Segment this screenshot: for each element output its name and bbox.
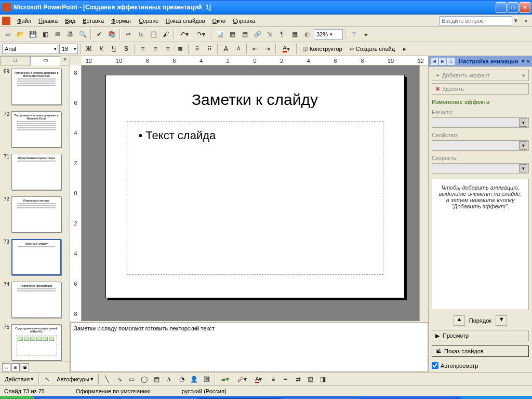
line-style-button[interactable]: ≡ bbox=[268, 374, 279, 385]
font-color-button[interactable]: A▾ bbox=[278, 43, 294, 55]
insert-chart-button[interactable]: 📊 bbox=[214, 29, 225, 40]
start-button[interactable]: ⊞ пуск bbox=[0, 396, 35, 399]
thumbnail-row[interactable]: 71Представление презентации bbox=[3, 154, 66, 190]
underline-button[interactable]: Ч bbox=[108, 43, 119, 55]
bold-button[interactable]: Ж bbox=[83, 43, 95, 55]
align-center-button[interactable]: ≡ bbox=[150, 43, 161, 55]
bullets-button[interactable]: ⠿ bbox=[204, 43, 215, 55]
format-painter-button[interactable]: 🖌 bbox=[160, 29, 171, 40]
property-combo[interactable]: ▾ bbox=[432, 140, 529, 151]
move-up-button[interactable]: ▲ bbox=[454, 315, 465, 326]
forward-icon[interactable]: ► bbox=[439, 58, 446, 65]
text-color-button[interactable]: A▾ bbox=[251, 374, 267, 385]
menu-правка[interactable]: Правка bbox=[35, 16, 61, 25]
font-name-combo[interactable]: Arial ▾ bbox=[2, 44, 58, 54]
undo-button[interactable]: ↶▾ bbox=[177, 29, 192, 40]
menu-формат[interactable]: Формат bbox=[108, 16, 135, 25]
decrease-font-button[interactable]: A bbox=[233, 43, 244, 55]
menu-вид[interactable]: Вид bbox=[61, 16, 79, 25]
paste-button[interactable]: 📋 bbox=[148, 29, 159, 40]
show-formatting-button[interactable]: ¶ bbox=[276, 29, 288, 40]
3d-style-button[interactable]: ◨ bbox=[317, 374, 329, 385]
grid-button[interactable]: ▦ bbox=[289, 29, 300, 40]
sorter-view-button[interactable]: ⊞ bbox=[11, 363, 20, 371]
maximize-button[interactable]: □ bbox=[508, 2, 518, 13]
design-button[interactable]: ◫ Конструктор bbox=[299, 43, 345, 55]
insert-table-button[interactable]: ▦ bbox=[227, 29, 238, 40]
thumbnail-list[interactable]: 69Построение и вставка диаграмм в Micros… bbox=[0, 65, 70, 362]
increase-indent-button[interactable]: ⇥ bbox=[262, 43, 273, 55]
distribute-button[interactable]: ≣ bbox=[175, 43, 186, 55]
notes-text[interactable]: Заметки к сладу помогают готовить лектор… bbox=[74, 325, 215, 331]
ask-question-input[interactable] bbox=[440, 16, 512, 25]
task-pane-close[interactable]: × bbox=[527, 58, 530, 64]
task-pane-menu[interactable]: ▾ bbox=[522, 58, 525, 64]
new-button[interactable]: ▱ bbox=[2, 29, 14, 40]
decrease-indent-button[interactable]: ⇤ bbox=[249, 43, 261, 55]
cut-button[interactable]: ✂ bbox=[123, 29, 134, 40]
italic-button[interactable]: К bbox=[96, 43, 107, 55]
preview-button[interactable]: 🔍 bbox=[77, 29, 88, 40]
redo-button[interactable]: ↷▾ bbox=[193, 29, 209, 40]
new-slide-button[interactable]: ▱ Создать слайд bbox=[347, 43, 398, 55]
menu-файл[interactable]: Файл bbox=[14, 16, 35, 25]
permission-button[interactable]: ◧ bbox=[39, 29, 51, 40]
thumbnail[interactable]: Помощники лектора bbox=[11, 196, 61, 233]
copy-button[interactable]: ⎘ bbox=[135, 29, 147, 40]
move-down-button[interactable]: ▼ bbox=[496, 315, 507, 326]
shadow-style-button[interactable]: ▧ bbox=[305, 374, 316, 385]
autoshapes-menu[interactable]: Автофигуры▾ bbox=[54, 374, 96, 384]
slideshow-view-button[interactable]: 📽 bbox=[21, 363, 29, 371]
thumbnail[interactable]: Представление презентации bbox=[11, 154, 61, 190]
wordart-tool[interactable]: 𝐀 bbox=[164, 374, 175, 385]
thumbnail[interactable]: Структурная композиция знаний (ОНтоНС) bbox=[11, 324, 61, 361]
thumbnail-row[interactable]: 69Построение и вставка диаграмм в Micros… bbox=[3, 69, 66, 105]
thumbnail-row[interactable]: 73Заметки к слайду bbox=[3, 239, 66, 275]
toolbar-options-button[interactable]: ▸ bbox=[361, 29, 372, 40]
thumbnail[interactable]: Построение и вставка диаграмм в Microsof… bbox=[11, 111, 61, 148]
select-tool[interactable]: ↖ bbox=[42, 374, 53, 385]
research-button[interactable]: 📚 bbox=[106, 29, 117, 40]
thumbnail-row[interactable]: 70Построение и вставка диаграмм в Micros… bbox=[3, 111, 66, 148]
toolbar-options-button[interactable]: ▸ bbox=[399, 43, 410, 55]
fill-color-button[interactable]: ▰▾ bbox=[218, 374, 233, 385]
horizontal-ruler[interactable]: 12108642024681012 bbox=[82, 56, 428, 65]
file-icon[interactable] bbox=[2, 17, 10, 25]
thumbnail[interactable]: Распечатка презентации bbox=[11, 282, 61, 318]
delete-effect-button[interactable]: ✖ Удалить bbox=[432, 83, 529, 95]
home-icon[interactable]: ⌂ bbox=[447, 58, 455, 65]
save-button[interactable]: 💾 bbox=[27, 29, 38, 40]
thumbnail-row[interactable]: 75Структурная композиция знаний (ОНтоНС) bbox=[3, 324, 66, 361]
slide-body-placeholder[interactable]: Текст слайда bbox=[127, 121, 383, 275]
menu-справка[interactable]: Справка bbox=[229, 16, 259, 25]
hyperlink-button[interactable]: 🔗 bbox=[251, 29, 263, 40]
oval-tool[interactable]: ◯ bbox=[139, 374, 150, 385]
slides-tab[interactable]: ▭ bbox=[30, 56, 60, 65]
system-tray[interactable]: RU 🔊 🕓 🔌 11:40 bbox=[461, 396, 532, 399]
menu-показ слайдов[interactable]: Показ слайдов bbox=[162, 16, 209, 25]
dash-style-button[interactable]: ┅ bbox=[280, 374, 291, 385]
arrow-tool[interactable]: ↘ bbox=[114, 374, 125, 385]
rectangle-tool[interactable]: ▭ bbox=[126, 374, 138, 385]
line-tool[interactable]: ╲ bbox=[101, 374, 113, 385]
close-panel-button[interactable]: × bbox=[60, 56, 70, 65]
slide-title[interactable]: Заметки к слайду bbox=[127, 91, 383, 109]
line-color-button[interactable]: 🖊▾ bbox=[234, 374, 250, 385]
menu-вставка[interactable]: Вставка bbox=[79, 16, 108, 25]
spellcheck-button[interactable]: ✔ bbox=[94, 29, 105, 40]
align-left-button[interactable]: ≡ bbox=[137, 43, 149, 55]
menu-сервис[interactable]: Сервис bbox=[135, 16, 162, 25]
add-effect-button[interactable]: ✦ Добавить эффект ▾ bbox=[432, 70, 529, 81]
slide[interactable]: Заметки к слайду Текст слайда bbox=[105, 75, 405, 298]
clipart-tool[interactable]: 👤 bbox=[189, 374, 200, 385]
slideshow-button[interactable]: 📽 Показ слайдов bbox=[432, 345, 529, 357]
textbox-tool[interactable]: ▤ bbox=[151, 374, 163, 385]
close-window-button[interactable]: × bbox=[520, 2, 530, 13]
speed-combo[interactable]: ▾ bbox=[432, 163, 529, 174]
back-icon[interactable]: ◄ bbox=[431, 58, 438, 65]
minimize-button[interactable]: _ bbox=[496, 2, 507, 13]
email-button[interactable]: ✉ bbox=[52, 29, 63, 40]
preview-button[interactable]: ▶ Просмотр bbox=[432, 330, 529, 341]
autopreview-input[interactable] bbox=[432, 362, 438, 369]
notes-pane[interactable]: Заметки к сладу помогают готовить лектор… bbox=[70, 322, 428, 372]
